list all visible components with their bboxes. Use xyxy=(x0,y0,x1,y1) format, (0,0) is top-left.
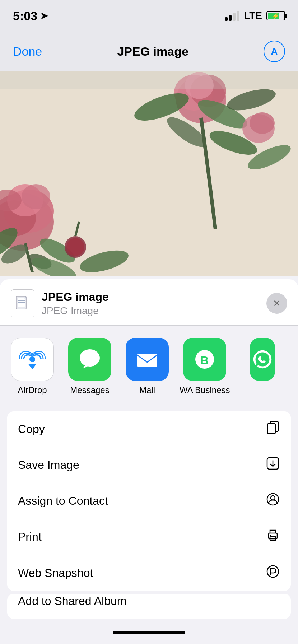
messages-app-item[interactable]: Messages xyxy=(65,338,115,395)
svg-point-44 xyxy=(270,535,271,536)
wa-business-label: WA Business xyxy=(180,385,230,395)
whatsapp-partial-icon xyxy=(250,338,275,381)
annotation-icon: A xyxy=(271,46,278,57)
web-snapshot-action[interactable]: Web Snapshot xyxy=(7,555,291,591)
airdrop-label: AirDrop xyxy=(18,385,47,395)
svg-text:B: B xyxy=(200,354,209,367)
home-indicator xyxy=(113,631,185,634)
assign-contact-action[interactable]: Assign to Contact xyxy=(7,483,291,519)
lte-label: LTE xyxy=(244,10,262,22)
signal-bar-4 xyxy=(237,11,239,21)
svg-point-31 xyxy=(29,356,35,362)
airdrop-icon xyxy=(11,338,54,381)
battery: ⚡ xyxy=(266,11,285,20)
add-shared-album-label: Add to Shared Album xyxy=(18,594,126,608)
copy-icon xyxy=(266,420,280,438)
mail-icon xyxy=(126,338,169,381)
close-button[interactable]: ✕ xyxy=(266,293,287,314)
status-time: 5:03 ➤ xyxy=(13,9,48,23)
save-image-action[interactable]: Save Image xyxy=(7,447,291,483)
action-list: Copy Save Image Assign to Contact xyxy=(7,411,291,591)
airdrop-app-item[interactable]: AirDrop xyxy=(7,338,57,395)
image-preview xyxy=(0,71,298,276)
messages-icon xyxy=(68,338,111,381)
svg-rect-27 xyxy=(0,71,298,89)
home-indicator-area xyxy=(0,619,298,644)
signal-bar-2 xyxy=(229,15,232,21)
file-icon xyxy=(11,289,34,317)
svg-point-24 xyxy=(66,238,84,256)
signal-bar-3 xyxy=(233,13,236,21)
app-icons-row: AirDrop Messages xyxy=(7,338,291,395)
assign-contact-label: Assign to Contact xyxy=(18,494,108,508)
share-sheet: JPEG image JPEG Image ✕ xyxy=(0,279,298,644)
close-icon: ✕ xyxy=(273,298,281,309)
share-header-left: JPEG image JPEG Image xyxy=(11,289,109,317)
assign-contact-icon xyxy=(266,492,280,510)
copy-label: Copy xyxy=(18,423,45,436)
status-bar: 5:03 ➤ LTE ⚡ xyxy=(0,0,298,32)
add-shared-album-action[interactable]: Add to Shared Album xyxy=(7,594,291,619)
share-file-name: JPEG image xyxy=(42,290,109,304)
share-file-info: JPEG image JPEG Image xyxy=(42,290,109,317)
battery-bolt-icon: ⚡ xyxy=(272,13,279,19)
wa-business-app-item[interactable]: B WA Business xyxy=(180,338,230,395)
nav-title: JPEG image xyxy=(117,45,188,59)
web-snapshot-icon xyxy=(266,564,280,582)
whatsapp-app-item[interactable] xyxy=(237,338,288,395)
signal-bars xyxy=(225,11,239,21)
save-image-label: Save Image xyxy=(18,458,79,472)
share-header: JPEG image JPEG Image ✕ xyxy=(0,279,298,326)
time-display: 5:03 xyxy=(13,9,37,23)
mail-app-item[interactable]: Mail xyxy=(122,338,172,395)
svg-rect-33 xyxy=(137,354,157,367)
print-action[interactable]: Print xyxy=(7,519,291,555)
status-right: LTE ⚡ xyxy=(225,10,285,22)
svg-point-20 xyxy=(250,112,275,134)
annotation-button[interactable]: A xyxy=(264,41,285,62)
done-button[interactable]: Done xyxy=(13,45,42,59)
svg-point-32 xyxy=(80,349,100,367)
svg-rect-38 xyxy=(267,424,275,434)
print-label: Print xyxy=(18,530,42,543)
print-icon xyxy=(266,528,280,546)
location-icon: ➤ xyxy=(40,10,48,22)
copy-action[interactable]: Copy xyxy=(7,411,291,447)
nav-bar: Done JPEG image A xyxy=(0,32,298,71)
app-icons-section: AirDrop Messages xyxy=(0,326,298,404)
web-snapshot-label: Web Snapshot xyxy=(18,566,93,580)
wa-business-icon: B xyxy=(183,338,226,381)
bottom-action-container: Add to Shared Album xyxy=(7,594,291,619)
signal-bar-1 xyxy=(225,17,228,21)
svg-point-5 xyxy=(22,184,50,209)
svg-point-45 xyxy=(267,566,279,577)
mail-label: Mail xyxy=(139,385,155,395)
messages-label: Messages xyxy=(70,385,109,395)
save-image-icon xyxy=(266,456,280,474)
share-file-type: JPEG Image xyxy=(42,305,109,317)
svg-point-41 xyxy=(271,496,275,500)
svg-rect-30 xyxy=(18,298,25,307)
